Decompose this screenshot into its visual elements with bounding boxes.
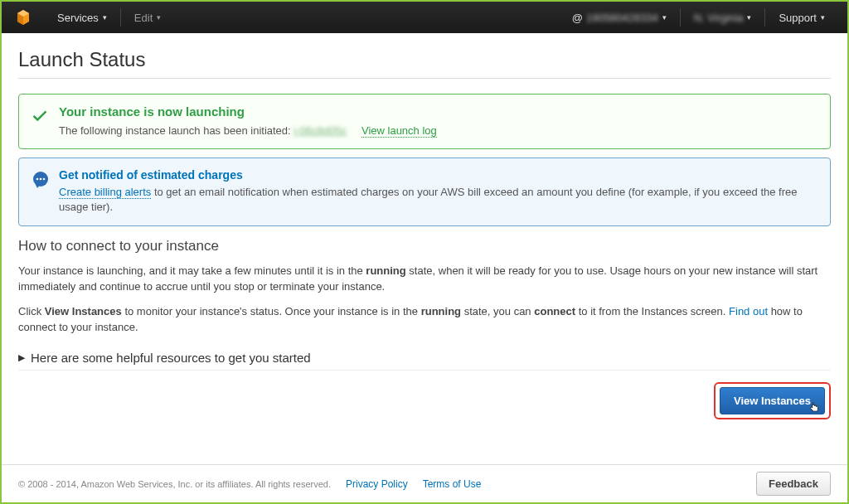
footer-copyright: © 2008 - 2014, Amazon Web Services, Inc.… [18, 479, 331, 489]
footer: © 2008 - 2014, Amazon Web Services, Inc.… [2, 464, 847, 502]
billing-info-alert: Get notified of estimated charges Create… [18, 158, 831, 225]
caret-down-icon: ▾ [103, 13, 107, 22]
caret-right-icon: ▶ [18, 352, 25, 363]
view-instances-button[interactable]: View Instances [720, 387, 825, 414]
view-launch-log-link[interactable]: View launch log [361, 124, 437, 138]
caret-down-icon: ▾ [157, 13, 161, 22]
caret-down-icon: ▾ [821, 13, 825, 22]
success-text-prefix: The following instance launch has been i… [59, 124, 294, 137]
resources-expander[interactable]: ▶ Here are some helpful resources to get… [18, 346, 831, 371]
nav-services-label: Services [57, 12, 99, 24]
caret-down-icon: ▾ [747, 13, 751, 22]
nav-edit[interactable]: Edit ▾ [124, 2, 171, 33]
privacy-policy-link[interactable]: Privacy Policy [346, 478, 408, 490]
svg-point-4 [36, 178, 39, 181]
nav-support[interactable]: Support ▾ [769, 2, 835, 33]
aws-logo-icon[interactable] [14, 8, 32, 27]
nav-account-label: 190580428334 [586, 12, 658, 24]
check-icon [31, 106, 51, 127]
chat-bubble-icon [31, 170, 51, 192]
cursor-hand-icon [808, 400, 821, 417]
connect-heading: How to connect to your instance [18, 238, 831, 254]
nav-services[interactable]: Services ▾ [47, 2, 117, 33]
highlight-frame: View Instances [714, 382, 831, 419]
svg-point-5 [40, 178, 42, 181]
create-billing-alerts-link[interactable]: Create billing alerts [59, 186, 151, 199]
nav-divider [120, 8, 121, 27]
instance-id-link[interactable]: i-06c8d05c [294, 124, 347, 137]
find-out-link[interactable]: Find out [729, 305, 768, 317]
nav-account[interactable]: @ 190580428334 ▾ [562, 2, 677, 33]
caret-down-icon: ▾ [662, 13, 667, 22]
info-text-suffix: to get an email notification when estima… [59, 186, 798, 213]
nav-region[interactable]: N. Virginia ▾ [684, 2, 762, 33]
nav-divider [680, 8, 681, 27]
launch-success-alert: Your instance is now launching The follo… [18, 94, 831, 149]
connect-p2: Click View Instances to monitor your ins… [18, 303, 831, 336]
info-title: Get notified of estimated charges [59, 168, 818, 182]
top-navbar: Services ▾ Edit ▾ @ 190580428334 ▾ N. Vi… [2, 2, 847, 33]
button-row: View Instances [18, 382, 831, 419]
nav-region-label: N. Virginia [694, 12, 744, 24]
svg-point-6 [43, 178, 46, 181]
nav-edit-label: Edit [134, 12, 153, 24]
nav-divider [764, 8, 765, 27]
main-content: Launch Status Your instance is now launc… [2, 33, 847, 419]
page-title: Launch Status [18, 48, 831, 79]
connect-p1: Your instance is launching, and it may t… [18, 263, 831, 295]
nav-support-label: Support [779, 12, 817, 24]
feedback-button[interactable]: Feedback [756, 472, 831, 496]
success-title: Your instance is now launching [59, 104, 818, 119]
resources-heading: Here are some helpful resources to get y… [31, 351, 311, 365]
terms-of-use-link[interactable]: Terms of Use [423, 478, 482, 490]
at-icon: @ [572, 12, 583, 24]
